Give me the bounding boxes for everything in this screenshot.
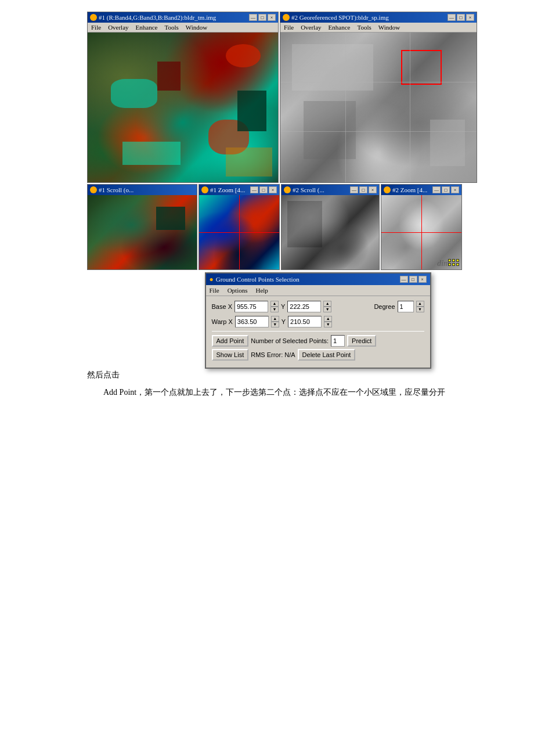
gcp-title: Ground Control Points Selection <box>216 276 300 283</box>
landsat-maximize[interactable]: □ <box>258 14 266 21</box>
add-point-button[interactable]: Add Point <box>212 335 249 347</box>
landsat-minimize[interactable]: — <box>249 14 257 21</box>
zoom1-minimize[interactable]: — <box>250 186 258 193</box>
spot-maximize[interactable]: □ <box>457 14 465 21</box>
selected-points-value <box>331 335 345 347</box>
base-y-spinner: ▲ ▼ <box>323 301 331 312</box>
warp-x-spin-down[interactable]: ▼ <box>271 322 279 327</box>
base-x-input[interactable] <box>234 301 268 312</box>
landsat-menu-overlay[interactable]: Overlay <box>107 23 129 31</box>
warp-y-input[interactable] <box>288 316 322 327</box>
selected-points-label: Number of Selected Points: <box>251 337 329 344</box>
landsat-title: #1 (R:Band4,G:Band3,B:Band2):bldr_tm.img <box>99 14 216 21</box>
zoom1-controls: — □ × <box>250 186 277 193</box>
zoom1-window: #1 Zoom [4... — □ × <box>199 184 280 270</box>
zoom1-title: #1 Zoom [4... <box>210 186 245 193</box>
warp-x-spinner: ▲ ▼ <box>271 316 279 327</box>
landsat-menu-tools[interactable]: Tools <box>163 23 179 31</box>
degree-label: Degree <box>374 303 395 310</box>
spot-close[interactable]: × <box>466 14 474 21</box>
zoom1-icon <box>201 186 208 193</box>
scroll2-close[interactable]: × <box>369 186 377 193</box>
base-y-spin-up[interactable]: ▲ <box>323 301 331 307</box>
degree-spin-down[interactable]: ▼ <box>416 307 424 312</box>
spot-title: #2 Georeferenced SPOT):bldr_sp.img <box>291 14 389 21</box>
scroll2-maximize[interactable]: □ <box>359 186 367 193</box>
spot-controls: — □ × <box>448 14 474 21</box>
zoom2-minimize[interactable]: — <box>432 186 441 193</box>
warp-x-label: Warp X <box>212 318 233 325</box>
spot-menu-file[interactable]: File <box>283 23 295 31</box>
show-list-button[interactable]: Show List <box>212 349 249 361</box>
zoom1-maximize[interactable]: □ <box>259 186 268 193</box>
warp-x-input[interactable] <box>235 316 269 327</box>
rms-error-label: RMS Error: N/A <box>251 351 295 358</box>
landsat-titlebar: #1 (R:Band4,G:Band3,B:Band2):bldr_tm.img… <box>88 12 278 23</box>
zoom1-close[interactable]: × <box>269 186 277 193</box>
spot-menu-window[interactable]: Window <box>377 23 401 31</box>
degree-spinner: ▲ ▼ <box>416 301 424 312</box>
gcp-titlebar: ● Ground Control Points Selection — □ × <box>206 273 430 285</box>
spot-window: #2 Georeferenced SPOT):bldr_sp.img — □ ×… <box>280 12 477 183</box>
zoom2-maximize[interactable]: □ <box>442 186 450 193</box>
gcp-close[interactable]: × <box>418 276 427 283</box>
zoom2-close[interactable]: × <box>451 186 459 193</box>
predict-button[interactable]: Predict <box>347 335 376 347</box>
spot-window-icon <box>283 14 290 21</box>
warp-x-spin-up[interactable]: ▲ <box>271 316 279 322</box>
base-x-spin-down[interactable]: ▼ <box>270 307 279 312</box>
landsat-menu-window[interactable]: Window <box>185 23 208 31</box>
gcp-btn-row-2: Show List RMS Error: N/A Delete Last Poi… <box>212 349 424 361</box>
base-x-spinner: ▲ ▼ <box>270 301 279 312</box>
landsat-menu-enhance[interactable]: Enhance <box>135 23 159 31</box>
warp-y-spin-down[interactable]: ▼ <box>324 322 332 327</box>
zoom1-titlebar: #1 Zoom [4... — □ × <box>199 185 279 195</box>
zoom2-titlebar: #2 Zoom [4... — □ × <box>381 185 461 195</box>
scroll2-titlebar: #2 Scroll (... — □ × <box>282 185 379 195</box>
landsat-menu-file[interactable]: File <box>90 23 102 31</box>
landsat-close[interactable]: × <box>268 14 276 21</box>
degree-input[interactable] <box>398 301 414 312</box>
gcp-row-warp: Warp X ▲ ▼ Y ▲ ▼ <box>212 316 424 327</box>
gcp-restore[interactable]: □ <box>409 276 417 283</box>
gcp-row-base: Base X ▲ ▼ Y ▲ ▼ Degree ▲ ▼ <box>212 301 424 312</box>
landsat-window: #1 (R:Band4,G:Band3,B:Band2):bldr_tm.img… <box>87 12 279 183</box>
delete-last-point-button[interactable]: Delete Last Point <box>298 349 356 361</box>
spot-menu-enhance[interactable]: Enhance <box>327 23 352 31</box>
landsat-controls: — □ × <box>249 14 276 21</box>
landsat-menubar: File Overlay Enhance Tools Window <box>88 23 278 33</box>
warp-y-spin-up[interactable]: ▲ <box>324 316 332 322</box>
degree-spin-up[interactable]: ▲ <box>416 301 424 307</box>
base-y-spin-down[interactable]: ▼ <box>323 307 331 312</box>
zoom2-icon <box>384 186 391 193</box>
gcp-menu-help[interactable]: Help <box>254 286 269 294</box>
then-click-line: 然后点击 <box>87 370 482 380</box>
gcp-btn-row-1: Add Point Number of Selected Points: Pre… <box>212 335 424 347</box>
scroll1-titlebar: #1 Scroll (o... <box>88 185 197 195</box>
gcp-menu-file[interactable]: File <box>208 286 221 294</box>
gcp-minimize[interactable]: — <box>400 276 408 283</box>
scroll1-window: #1 Scroll (o... <box>87 184 197 270</box>
images-section: #1 (R:Band4,G:Band3,B:Band2):bldr_tm.img… <box>87 12 482 270</box>
spot-titlebar: #2 Georeferenced SPOT):bldr_sp.img — □ × <box>280 12 477 23</box>
base-y-input[interactable] <box>287 301 321 312</box>
scroll2-minimize[interactable]: — <box>350 186 358 193</box>
gcp-separator-1 <box>212 331 424 332</box>
gcp-window-icon: ● <box>210 275 214 284</box>
gcp-menu-options[interactable]: Options <box>226 286 249 294</box>
main-paragraph: Add Point，第一个点就加上去了，下一步选第二个点：选择点不应在一个小区域… <box>87 385 482 399</box>
zoom2-title: #2 Zoom [4... <box>392 186 427 193</box>
spot-minimize[interactable]: — <box>448 14 456 21</box>
spot-menubar: File Overlay Enhance Tools Window <box>280 23 477 33</box>
spot-image <box>280 33 477 182</box>
gcp-window-controls: — □ × <box>400 276 427 283</box>
scroll2-controls: — □ × <box>350 186 377 193</box>
bottom-image-row: #1 Scroll (o... #1 Zoom [4... — □ <box>87 184 482 270</box>
base-x-spin-up[interactable]: ▲ <box>270 301 279 307</box>
warp-y-spinner: ▲ ▼ <box>324 316 332 327</box>
spot-menu-tools[interactable]: Tools <box>356 23 372 31</box>
spot-menu-overlay[interactable]: Overlay <box>300 23 322 31</box>
landsat-image <box>88 33 278 182</box>
zoom2-window: #2 Zoom [4... — □ × <box>381 184 462 270</box>
gcp-body: Base X ▲ ▼ Y ▲ ▼ Degree ▲ ▼ <box>206 296 430 368</box>
